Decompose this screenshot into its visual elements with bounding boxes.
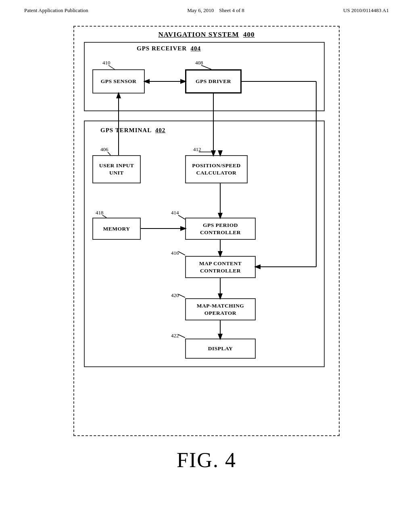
nav-system-box: NAVIGATION SYSTEM 400 GPS RECEIVER 404 4… bbox=[73, 26, 340, 436]
svg-line-14 bbox=[178, 215, 185, 219]
map-matching-block: MAP-MATCHINGOPERATOR bbox=[185, 298, 256, 320]
label-410: 410 bbox=[102, 60, 111, 66]
label-414: 414 bbox=[171, 210, 179, 216]
gps-terminal-label: GPS TERMINAL 402 bbox=[100, 127, 165, 134]
label-412: 412 bbox=[193, 146, 201, 153]
gps-receiver-label: GPS RECEIVER 404 bbox=[137, 45, 201, 52]
nav-system-title: NAVIGATION SYSTEM 400 bbox=[78, 31, 335, 39]
header-center: May 6, 2010 Sheet 4 of 8 bbox=[187, 7, 244, 14]
user-input-unit-block: USER INPUTUNIT bbox=[92, 155, 141, 183]
display-block: DISPLAY bbox=[185, 339, 256, 359]
map-content-block: MAP CONTENTCONTROLLER bbox=[185, 256, 256, 278]
gps-period-block: GPS PERIODCONTROLLER bbox=[185, 218, 256, 240]
diagram-container: NAVIGATION SYSTEM 400 GPS RECEIVER 404 4… bbox=[65, 26, 348, 436]
svg-line-16 bbox=[178, 251, 185, 255]
figure-caption: FIG. 4 bbox=[0, 448, 413, 472]
header-left: Patent Application Publication bbox=[24, 7, 88, 14]
label-408: 408 bbox=[195, 60, 203, 66]
label-418: 418 bbox=[96, 210, 104, 216]
position-speed-block: POSITION/SPEEDCALCULATOR bbox=[185, 155, 248, 183]
label-406: 406 bbox=[100, 146, 108, 153]
gps-sensor-block: GPS SENSOR bbox=[92, 69, 145, 94]
svg-line-18 bbox=[178, 294, 185, 297]
full-diagram: GPS RECEIVER 404 410 408 GPS SENSOR GPS … bbox=[78, 40, 336, 431]
svg-line-20 bbox=[178, 335, 185, 338]
page-header: Patent Application Publication May 6, 20… bbox=[0, 0, 413, 14]
gps-driver-block: GPS DRIVER bbox=[185, 69, 242, 94]
memory-block: MEMORY bbox=[92, 218, 141, 240]
header-right: US 2010/0114483 A1 bbox=[343, 7, 389, 14]
label-416: 416 bbox=[171, 250, 179, 256]
label-422: 422 bbox=[171, 332, 179, 339]
label-420: 420 bbox=[171, 292, 179, 299]
